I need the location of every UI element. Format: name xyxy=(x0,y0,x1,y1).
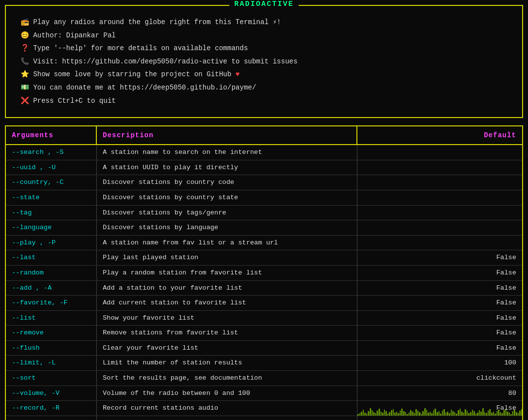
main-container: RADIOACTIVE 📻 Play any radios around the… xyxy=(5,5,523,420)
table-row: --sort Sort the results page, see docume… xyxy=(6,371,522,386)
col-header-description: Description xyxy=(97,126,357,144)
table-body: --search , -S A station name to search o… xyxy=(6,145,522,420)
table-row: --random Play a random station from favo… xyxy=(6,266,522,281)
table-row: --volume, -V Volume of the radio between… xyxy=(6,386,522,401)
header-text-2: Author: Dipankar Pal xyxy=(33,31,116,39)
desc-flush: Clear your favorite list xyxy=(97,341,357,356)
default-list: False xyxy=(357,311,522,326)
default-state xyxy=(357,190,522,205)
header-text-4: Visit: https://github.com/deep5050/radio… xyxy=(33,58,297,65)
table-row: --last Play last played station False xyxy=(6,250,522,266)
table-row: --uuid , -U A station UUID to play it di… xyxy=(6,160,522,176)
table-row: --list Show your favorite list False xyxy=(6,311,522,326)
default-volume: 80 xyxy=(357,386,522,401)
default-filepath xyxy=(357,416,522,420)
header-text-5: Show some love by starring the project o… xyxy=(33,70,239,78)
default-record-text: False xyxy=(496,404,516,412)
arg-sort: --sort xyxy=(6,371,97,386)
table-row: --filepath Path to save the recorded aud… xyxy=(6,416,522,420)
emoji-star: ⭐ xyxy=(21,70,29,78)
arg-tag: --tag xyxy=(6,206,97,220)
desc-remove: Remove stations from favorite list xyxy=(97,326,357,340)
col-header-arguments: Arguments xyxy=(6,126,97,144)
arg-uuid: --uuid , -U xyxy=(6,160,97,175)
arg-add: --add , -A xyxy=(6,281,97,296)
header-line-6: 💵 You can donate me at https://deep5050.… xyxy=(21,81,507,94)
table-row: --limit, -L Limit the number of station … xyxy=(6,356,522,371)
table-row: --remove Remove stations from favorite l… xyxy=(6,326,522,341)
header-text-6: You can donate me at https://deep5050.gi… xyxy=(33,84,256,91)
col-header-default: Default xyxy=(357,126,522,144)
table-row: --record, -R Record current stations aud… xyxy=(6,401,522,416)
emoji-x: ❌ xyxy=(21,97,29,105)
table-row: --flush Clear your favorite list False xyxy=(6,341,522,356)
arg-last: --last xyxy=(6,250,97,265)
desc-uuid: A station UUID to play it directly xyxy=(97,160,357,175)
header-line-4: 📞 Visit: https://github.com/deep5050/rad… xyxy=(21,55,507,68)
default-tag xyxy=(357,206,522,220)
header-line-3: ❓ Type '--help' for more details on avai… xyxy=(21,42,507,55)
heart-icon: ♥ xyxy=(235,70,239,78)
emoji-question: ❓ xyxy=(21,44,29,52)
desc-state: Discover stations by country state xyxy=(97,190,357,205)
table-row: --state Discover stations by country sta… xyxy=(6,190,522,206)
arg-list: --list xyxy=(6,311,97,326)
default-last: False xyxy=(357,250,522,265)
arg-filepath: --filepath xyxy=(6,416,97,420)
desc-language: Discover stations by language xyxy=(97,220,357,235)
desc-tag: Discover stations by tags/genre xyxy=(97,206,357,220)
desc-add: Add a station to your favorite list xyxy=(97,281,357,296)
default-play xyxy=(357,236,522,250)
header-line-5: ⭐ Show some love by starring the project… xyxy=(21,68,507,81)
desc-filepath: Path to save the recorded audio xyxy=(97,416,357,420)
desc-random: Play a random station from favorite list xyxy=(97,266,357,280)
arg-flush: --flush xyxy=(6,341,97,356)
arg-remove: --remove xyxy=(6,326,97,340)
emoji-smile: 😊 xyxy=(21,31,29,39)
arg-search: --search , -S xyxy=(6,145,97,160)
default-favorite: False xyxy=(357,296,522,310)
desc-volume: Volume of the radio between 0 and 100 xyxy=(97,386,357,401)
default-language xyxy=(357,220,522,235)
app-title: RADIOACTIVE xyxy=(229,0,298,8)
default-search xyxy=(357,145,522,160)
arg-country: --country, -C xyxy=(6,175,97,190)
desc-favorite: Add current station to favorite list xyxy=(97,296,357,310)
default-remove: False xyxy=(357,326,522,340)
arg-limit: --limit, -L xyxy=(6,356,97,370)
table-row: --language Discover stations by language xyxy=(6,220,522,236)
arg-play: --play , -P xyxy=(6,236,97,250)
table-row: --search , -S A station name to search o… xyxy=(6,145,522,160)
table-row: --add , -A Add a station to your favorit… xyxy=(6,281,522,296)
default-flush: False xyxy=(357,341,522,356)
table-row: --country, -C Discover stations by count… xyxy=(6,175,522,190)
desc-play: A station name from fav list or a stream… xyxy=(97,236,357,250)
arg-favorite: --favorite, -F xyxy=(6,296,97,310)
header-text-3: Type '--help' for more details on availa… xyxy=(33,44,248,52)
default-uuid xyxy=(357,160,522,175)
table-row: --favorite, -F Add current station to fa… xyxy=(6,296,522,311)
args-table: Arguments Description Default --search ,… xyxy=(5,125,523,420)
desc-sort: Sort the results page, see documentation xyxy=(97,371,357,386)
default-record: False xyxy=(357,401,522,416)
header-line-1: 📻 Play any radios around the globe right… xyxy=(21,16,507,29)
default-limit: 100 xyxy=(357,356,522,370)
table-row: --tag Discover stations by tags/genre xyxy=(6,206,522,221)
arg-volume: --volume, -V xyxy=(6,386,97,401)
desc-limit: Limit the number of station results xyxy=(97,356,357,370)
desc-list: Show your favorite list xyxy=(97,311,357,326)
arg-state: --state xyxy=(6,190,97,205)
desc-country: Discover stations by country code xyxy=(97,175,357,190)
arg-random: --random xyxy=(6,266,97,280)
header-text-1: Play any radios around the globe right f… xyxy=(33,18,281,26)
header-line-7: ❌ Press Ctrl+C to quit xyxy=(21,94,507,108)
default-add: False xyxy=(357,281,522,296)
emoji-radio: 📻 xyxy=(21,18,29,26)
default-country xyxy=(357,175,522,190)
table-row: --play , -P A station name from fav list… xyxy=(6,236,522,251)
default-random: False xyxy=(357,266,522,280)
default-sort: clickcount xyxy=(357,371,522,386)
header-line-2: 😊 Author: Dipankar Pal xyxy=(21,29,507,42)
header-box: RADIOACTIVE 📻 Play any radios around the… xyxy=(5,5,523,118)
desc-search: A station name to search on the internet xyxy=(97,145,357,160)
